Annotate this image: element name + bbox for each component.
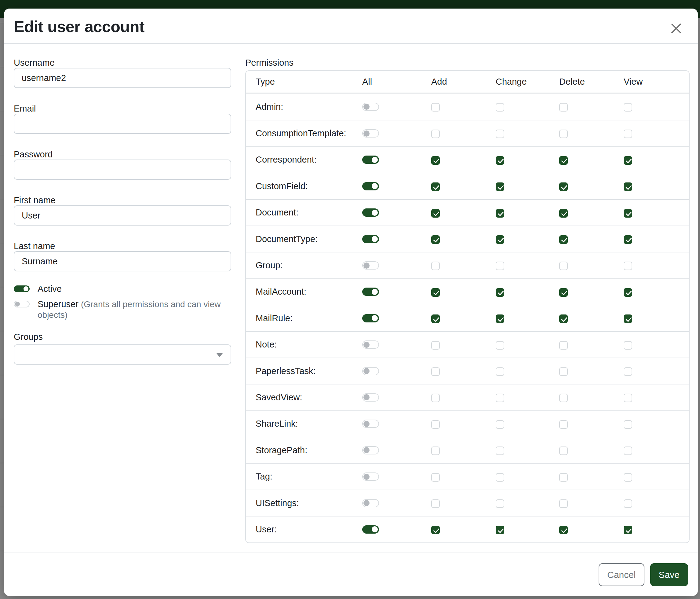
checkbox-consumptiontemplate-delete[interactable] xyxy=(559,129,568,138)
checkbox-group-change[interactable] xyxy=(496,262,504,270)
checkbox-note-delete[interactable] xyxy=(559,341,568,350)
checkbox-admin-change[interactable] xyxy=(496,103,504,112)
checkbox-consumptiontemplate-change[interactable] xyxy=(496,129,504,138)
checkbox-documenttype-add[interactable] xyxy=(431,235,440,244)
checkbox-mailrule-delete[interactable] xyxy=(559,314,568,323)
checkbox-customfield-change[interactable] xyxy=(496,183,504,191)
active-toggle[interactable] xyxy=(14,285,30,292)
email-field[interactable] xyxy=(14,114,231,134)
checkbox-document-change[interactable] xyxy=(496,209,504,218)
checkbox-savedview-view[interactable] xyxy=(624,393,632,402)
checkbox-savedview-change[interactable] xyxy=(496,393,504,402)
checkbox-admin-delete[interactable] xyxy=(559,103,568,112)
toggle-storagepath-all[interactable] xyxy=(362,446,379,454)
checkbox-note-change[interactable] xyxy=(496,341,504,350)
checkbox-user-change[interactable] xyxy=(496,526,504,534)
toggle-correspondent-all[interactable] xyxy=(362,155,379,164)
checkbox-paperlesstask-delete[interactable] xyxy=(559,367,568,376)
toggle-documenttype-all[interactable] xyxy=(362,235,379,243)
toggle-mailrule-all[interactable] xyxy=(362,314,379,322)
checkbox-mailrule-change[interactable] xyxy=(496,314,504,323)
checkbox-documenttype-delete[interactable] xyxy=(559,235,568,244)
toggle-mailaccount-all[interactable] xyxy=(362,288,379,296)
checkbox-group-add[interactable] xyxy=(431,262,440,270)
toggle-tag-all[interactable] xyxy=(362,473,379,481)
checkbox-document-add[interactable] xyxy=(431,209,440,218)
checkbox-storagepath-change[interactable] xyxy=(496,447,504,455)
checkbox-tag-delete[interactable] xyxy=(559,473,568,482)
checkbox-note-view[interactable] xyxy=(624,341,632,350)
save-button[interactable]: Save xyxy=(650,563,688,586)
checkbox-paperlesstask-add[interactable] xyxy=(431,367,440,376)
checkbox-mailaccount-change[interactable] xyxy=(496,288,504,297)
toggle-paperlesstask-all[interactable] xyxy=(362,367,379,375)
checkbox-sharelink-add[interactable] xyxy=(431,420,440,429)
checkbox-user-add[interactable] xyxy=(431,526,440,534)
checkbox-savedview-delete[interactable] xyxy=(559,393,568,402)
toggle-uisettings-all[interactable] xyxy=(362,499,379,507)
checkbox-tag-change[interactable] xyxy=(496,473,504,482)
checkbox-mailaccount-add[interactable] xyxy=(431,288,440,297)
permission-type-label: SavedView: xyxy=(246,384,362,410)
checkbox-correspondent-add[interactable] xyxy=(431,156,440,165)
checkbox-storagepath-add[interactable] xyxy=(431,447,440,455)
checkbox-document-view[interactable] xyxy=(624,209,632,218)
checkbox-storagepath-delete[interactable] xyxy=(559,447,568,455)
checkbox-group-delete[interactable] xyxy=(559,262,568,270)
toggle-note-all[interactable] xyxy=(362,340,379,349)
checkbox-consumptiontemplate-add[interactable] xyxy=(431,129,440,138)
close-button[interactable] xyxy=(667,19,686,39)
checkbox-mailaccount-view[interactable] xyxy=(624,288,632,297)
checkbox-user-view[interactable] xyxy=(624,526,632,534)
checkbox-customfield-delete[interactable] xyxy=(559,183,568,191)
groups-select[interactable] xyxy=(14,344,231,365)
toggle-user-all[interactable] xyxy=(362,525,379,534)
checkbox-documenttype-view[interactable] xyxy=(624,235,632,244)
checkbox-correspondent-change[interactable] xyxy=(496,156,504,165)
checkbox-tag-view[interactable] xyxy=(624,473,632,482)
checkbox-document-delete[interactable] xyxy=(559,209,568,218)
checkbox-uisettings-change[interactable] xyxy=(496,499,504,508)
checkbox-uisettings-view[interactable] xyxy=(624,499,632,508)
checkbox-paperlesstask-view[interactable] xyxy=(624,367,632,376)
toggle-sharelink-all[interactable] xyxy=(362,420,379,428)
password-field[interactable] xyxy=(14,160,231,180)
checkbox-sharelink-view[interactable] xyxy=(624,420,632,429)
checkbox-sharelink-change[interactable] xyxy=(496,420,504,429)
toggle-savedview-all[interactable] xyxy=(362,393,379,402)
checkbox-admin-view[interactable] xyxy=(624,103,632,112)
permission-type-label: User: xyxy=(246,516,362,542)
checkbox-note-add[interactable] xyxy=(431,341,440,350)
checkbox-uisettings-delete[interactable] xyxy=(559,499,568,508)
toggle-admin-all[interactable] xyxy=(362,103,379,111)
cancel-button[interactable]: Cancel xyxy=(599,563,644,586)
checkbox-correspondent-delete[interactable] xyxy=(559,156,568,165)
checkbox-savedview-add[interactable] xyxy=(431,393,440,402)
checkbox-admin-add[interactable] xyxy=(431,103,440,112)
checkbox-consumptiontemplate-view[interactable] xyxy=(624,129,632,138)
checkbox-storagepath-view[interactable] xyxy=(624,447,632,455)
last-name-field[interactable] xyxy=(14,251,231,271)
checkbox-mailrule-add[interactable] xyxy=(431,314,440,323)
toggle-group-all[interactable] xyxy=(362,261,379,269)
toggle-consumptiontemplate-all[interactable] xyxy=(362,129,379,138)
checkbox-mailrule-view[interactable] xyxy=(624,314,632,323)
checkbox-correspondent-view[interactable] xyxy=(624,156,632,165)
checkbox-customfield-add[interactable] xyxy=(431,183,440,191)
checkbox-mailaccount-delete[interactable] xyxy=(559,288,568,297)
first-name-field[interactable] xyxy=(14,206,231,225)
permission-row-group: Group: xyxy=(246,252,689,278)
checkbox-documenttype-change[interactable] xyxy=(496,235,504,244)
checkbox-uisettings-add[interactable] xyxy=(431,499,440,508)
checkbox-customfield-view[interactable] xyxy=(624,183,632,191)
checkbox-paperlesstask-change[interactable] xyxy=(496,367,504,376)
toggle-customfield-all[interactable] xyxy=(362,182,379,190)
checkbox-group-view[interactable] xyxy=(624,262,632,270)
checkbox-user-delete[interactable] xyxy=(559,526,568,534)
superuser-toggle[interactable] xyxy=(14,301,30,308)
username-input[interactable] xyxy=(14,68,231,88)
edit-user-account-modal: Edit user account Username Email Passw xyxy=(4,8,698,596)
toggle-document-all[interactable] xyxy=(362,209,379,217)
checkbox-sharelink-delete[interactable] xyxy=(559,420,568,429)
checkbox-tag-add[interactable] xyxy=(431,473,440,482)
